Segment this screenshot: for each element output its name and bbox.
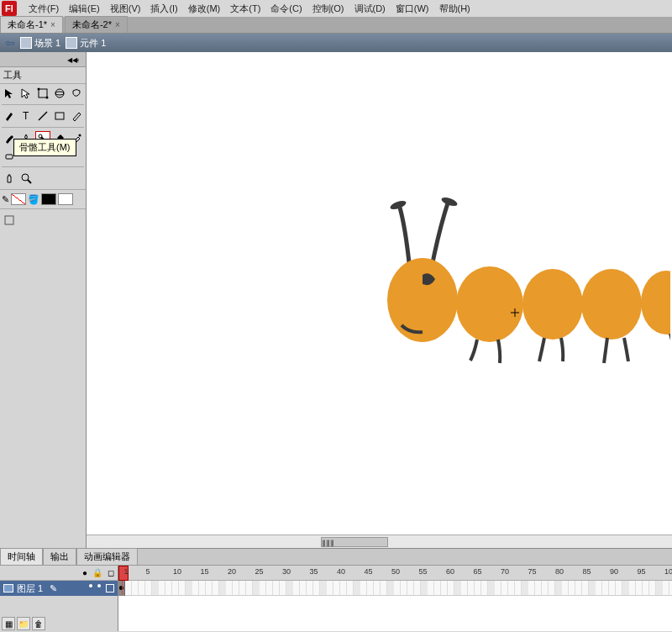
ruler-tick: 75: [528, 567, 537, 576]
scene-icon: [20, 37, 32, 49]
tools-panel-header: ◀◀ ×: [0, 52, 86, 67]
visibility-dot[interactable]: [89, 584, 92, 587]
swap-colors-button[interactable]: [58, 193, 73, 205]
ruler-tick: 10: [173, 567, 181, 576]
pencil-tool[interactable]: [69, 108, 84, 124]
ruler-tick: 90: [610, 567, 618, 576]
3d-rotation-tool[interactable]: [52, 86, 67, 101]
pencil-icon: ✎: [2, 194, 9, 205]
menu-control[interactable]: 控制(O): [307, 1, 349, 17]
ruler-tick: 95: [638, 567, 646, 576]
svg-line-6: [39, 112, 47, 120]
svg-rect-13: [6, 155, 13, 159]
frame-row[interactable]: [118, 581, 672, 596]
zoom-tool[interactable]: [18, 171, 34, 186]
svg-point-19: [387, 258, 458, 342]
layer-row[interactable]: 图层 1 ✎: [0, 581, 118, 596]
hand-tool[interactable]: [2, 171, 17, 186]
svg-point-23: [641, 271, 670, 334]
horizontal-scrollbar[interactable]: ⦀⦀⦀: [87, 535, 672, 548]
tab-timeline[interactable]: 时间轴: [0, 548, 43, 565]
ruler-tick: 60: [446, 567, 454, 576]
layer-controls: ▦ 📁 🗑: [2, 617, 45, 630]
symbol-icon: [66, 37, 77, 49]
symbol-crumb[interactable]: 元件 1: [66, 37, 106, 50]
svg-point-14: [22, 174, 29, 181]
close-icon[interactable]: ×: [115, 20, 120, 29]
tool-option-button[interactable]: [2, 213, 17, 228]
svg-rect-0: [39, 89, 47, 97]
doc-tab-label: 未命名-1*: [8, 18, 47, 31]
color-swatches: ✎ 🪣: [0, 192, 86, 207]
menu-file[interactable]: 文件(F): [24, 1, 64, 17]
doc-tab-2[interactable]: 未命名-2* ×: [65, 16, 128, 33]
lock-dot[interactable]: [97, 584, 101, 587]
stroke-color-swatch[interactable]: [11, 193, 26, 205]
menu-window[interactable]: 窗口(W): [391, 1, 434, 17]
ruler-tick: 100: [664, 567, 672, 576]
pen-tool[interactable]: [2, 108, 17, 124]
layer-column-header: ● 🔒 ◻: [0, 566, 118, 581]
text-tool[interactable]: T: [18, 108, 34, 124]
layer-icon: [3, 584, 13, 592]
canvas-drawing: [309, 161, 670, 397]
close-icon[interactable]: ×: [50, 20, 55, 29]
ruler-tick: 5: [146, 567, 150, 576]
new-folder-button[interactable]: 📁: [17, 617, 30, 630]
back-arrow-icon[interactable]: ⇦: [5, 36, 15, 50]
svg-point-22: [581, 269, 642, 340]
ruler-tick: 70: [501, 567, 509, 576]
ruler-tick: 45: [365, 567, 373, 576]
panel-collapse-icon[interactable]: ◀◀: [67, 56, 74, 63]
fill-color-swatch[interactable]: [41, 193, 56, 205]
ruler-tick: 30: [282, 567, 291, 576]
outline-icon[interactable]: ◻: [108, 568, 114, 577]
subselection-tool[interactable]: [18, 86, 34, 101]
tool-tooltip: 骨骼工具(M): [13, 139, 76, 156]
ruler-tick: 15: [201, 567, 209, 576]
scene-crumb[interactable]: 场景 1: [20, 37, 60, 50]
frames-panel[interactable]: 1510152025303540455055606570758085909510…: [118, 566, 672, 631]
menu-commands[interactable]: 命令(C): [265, 1, 307, 17]
doc-tab-label: 未命名-2*: [72, 18, 112, 31]
app-logo: Fl: [2, 1, 17, 16]
ruler-tick: 20: [228, 567, 236, 576]
tools-panel: ◀◀ × 工具 T 骨骼工具(M) ✎ 🪣: [0, 52, 87, 548]
svg-point-18: [440, 196, 459, 208]
lasso-tool[interactable]: [69, 86, 84, 101]
visibility-icon[interactable]: ●: [82, 568, 87, 577]
ruler-tick: 80: [555, 567, 564, 576]
free-transform-tool[interactable]: [35, 86, 50, 101]
timeline-tabs: 时间轴 输出 动画编辑器: [0, 549, 672, 566]
stage-canvas[interactable]: ⦀⦀⦀: [87, 52, 672, 548]
delete-layer-button[interactable]: 🗑: [32, 617, 45, 630]
panel-close-icon[interactable]: ×: [76, 56, 82, 63]
svg-point-21: [522, 269, 583, 340]
tab-motion-editor[interactable]: 动画编辑器: [76, 548, 138, 565]
lock-icon[interactable]: 🔒: [92, 568, 102, 577]
edit-bar: ⇦ 场景 1 元件 1: [0, 34, 672, 52]
menu-view[interactable]: 视图(V): [105, 1, 146, 17]
svg-point-12: [79, 134, 81, 137]
svg-point-1: [38, 88, 40, 91]
menu-edit[interactable]: 编辑(E): [64, 1, 105, 17]
new-layer-button[interactable]: ▦: [2, 617, 15, 630]
rectangle-tool[interactable]: [52, 108, 67, 124]
tab-output[interactable]: 输出: [43, 548, 76, 565]
svg-line-15: [28, 180, 31, 183]
menu-debug[interactable]: 调试(D): [349, 1, 391, 17]
outline-box[interactable]: [106, 584, 114, 592]
menu-text[interactable]: 文本(T): [225, 1, 265, 17]
menu-modify[interactable]: 修改(M): [183, 1, 226, 17]
menu-help[interactable]: 帮助(H): [434, 1, 475, 17]
symbol-label: 元件 1: [80, 37, 106, 50]
workspace: ◀◀ × 工具 T 骨骼工具(M) ✎ 🪣: [0, 52, 672, 548]
svg-rect-7: [55, 113, 64, 119]
menu-insert[interactable]: 插入(I): [145, 1, 182, 17]
line-tool[interactable]: [35, 108, 50, 124]
selection-tool[interactable]: [2, 86, 17, 101]
timeline-ruler[interactable]: 1510152025303540455055606570758085909510…: [118, 566, 672, 581]
doc-tab-1[interactable]: 未命名-1* ×: [0, 16, 63, 33]
scrollbar-thumb[interactable]: ⦀⦀⦀: [321, 537, 388, 547]
menu-bar: Fl 文件(F) 编辑(E) 视图(V) 插入(I) 修改(M) 文本(T) 命…: [0, 0, 672, 17]
